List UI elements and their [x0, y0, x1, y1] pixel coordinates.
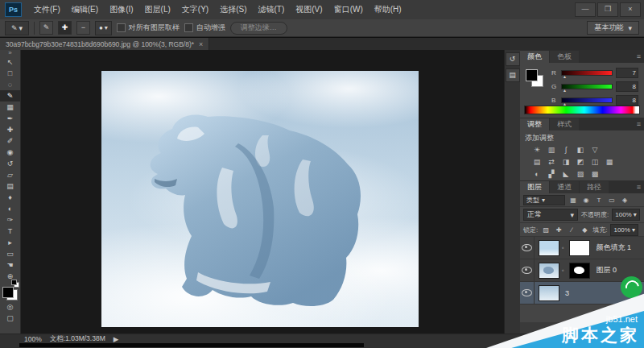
eraser-tool[interactable]: ▱ [0, 169, 20, 180]
history-panel-icon[interactable]: ↺ [506, 52, 520, 66]
slider-thumb-icon[interactable]: ▲ [563, 75, 567, 79]
menu-image[interactable]: 图像(I) [104, 0, 138, 19]
horizontal-scrollbar[interactable] [19, 343, 364, 347]
gradient-tool[interactable]: ▤ [0, 180, 20, 192]
green-value-field[interactable]: 8 [616, 81, 638, 92]
type-tool[interactable]: T [0, 226, 20, 237]
color-balance-icon[interactable]: ⇄ [546, 157, 557, 167]
canvas-pasteboard[interactable] [21, 50, 504, 334]
refine-edge-button[interactable]: 调整边缘… [230, 22, 287, 35]
slider-thumb-icon[interactable]: ▲ [563, 89, 567, 93]
zoom-level-field[interactable]: 100% [24, 335, 42, 343]
zoom-tool[interactable]: ⊕ [0, 271, 20, 282]
menu-edit[interactable]: 编辑(E) [66, 0, 104, 19]
layer-thumbnail[interactable] [539, 285, 559, 301]
red-slider[interactable]: ▲ [561, 70, 613, 76]
screen-mode-button[interactable]: ▢ [0, 313, 20, 324]
panel-menu-icon[interactable]: ≡ [637, 118, 641, 130]
pen-tool[interactable]: ✑ [0, 214, 20, 226]
history-brush-tool[interactable]: ↺ [0, 158, 20, 169]
menu-select[interactable]: 选择(S) [214, 0, 252, 19]
add-to-selection-button[interactable]: ✚ [58, 21, 72, 35]
menu-view[interactable]: 视图(V) [290, 0, 328, 19]
layer-mask-thumbnail[interactable] [569, 263, 590, 279]
panel-menu-icon[interactable]: ≡ [637, 51, 641, 63]
visibility-cell[interactable] [520, 282, 535, 304]
path-selection-tool[interactable]: ▸ [0, 237, 20, 248]
menu-window[interactable]: 窗口(W) [328, 0, 369, 19]
eyedropper-tool[interactable]: ✒ [0, 113, 20, 124]
hue-saturation-icon[interactable]: ▤ [531, 157, 543, 167]
hand-tool[interactable]: ☚ [0, 259, 20, 271]
document-tab[interactable]: 30a97bcbg79b30e74831b8d690b690.jpg @ 100… [0, 38, 209, 50]
foreground-color-swatch[interactable] [2, 287, 14, 298]
tab-styles[interactable]: 样式 [550, 118, 579, 130]
vibrance-icon[interactable]: ▽ [589, 145, 601, 155]
filter-pixel-layers-icon[interactable]: ▦ [568, 197, 578, 204]
curves-icon[interactable]: ʃ [560, 145, 572, 155]
black-white-icon[interactable]: ◨ [560, 157, 572, 167]
dodge-tool[interactable]: ◐ [0, 203, 20, 214]
layer-name[interactable]: 颜色填充 1 [596, 242, 631, 253]
tab-close-icon[interactable]: × [199, 40, 203, 48]
layer-row-color-fill[interactable]: ∘ 颜色填充 1 [520, 237, 644, 259]
blue-slider[interactable]: ▲ [561, 97, 613, 103]
brush-tool[interactable]: ✐ [0, 135, 20, 147]
crop-tool[interactable]: ▦ [0, 102, 20, 113]
opacity-field[interactable]: 100% ▾ [612, 209, 639, 221]
color-lookup-icon[interactable]: ▦ [604, 157, 615, 167]
auto-enhance-checkbox[interactable] [184, 23, 193, 32]
posterize-icon[interactable]: ▞ [546, 169, 557, 179]
lasso-tool[interactable]: ◌ [0, 79, 20, 90]
channel-mixer-icon[interactable]: ◫ [589, 157, 601, 167]
selective-color-icon[interactable]: ▩ [589, 169, 601, 179]
new-selection-button[interactable]: ✎ [39, 21, 53, 35]
brightness-contrast-icon[interactable]: ☀ [531, 145, 543, 155]
filter-kind-dropdown[interactable]: 类型 ▾ [523, 195, 565, 205]
quick-mask-button[interactable]: ◎ [0, 301, 20, 313]
lock-transparency-icon[interactable]: ▨ [541, 226, 551, 234]
menu-help[interactable]: 帮助(H) [369, 0, 407, 19]
tab-paths[interactable]: 路径 [580, 181, 609, 193]
tab-channels[interactable]: 通道 [550, 181, 579, 193]
layer-thumbnail[interactable] [539, 240, 559, 256]
filter-shape-layers-icon[interactable]: ▭ [607, 197, 617, 204]
tab-adjustments[interactable]: 调整 [520, 118, 549, 130]
restore-button[interactable]: ❒ [597, 2, 618, 17]
menu-layer[interactable]: 图层(L) [139, 0, 176, 19]
green-slider[interactable]: ▲ [561, 84, 613, 89]
default-colors-icon[interactable] [14, 282, 19, 288]
brush-size-picker[interactable]: ●▾ [95, 21, 112, 35]
lock-all-icon[interactable]: ◆ [580, 226, 589, 234]
clone-stamp-tool[interactable]: ◉ [0, 147, 20, 158]
menu-filter[interactable]: 滤镜(T) [253, 0, 291, 19]
sample-all-layers-checkbox[interactable] [117, 23, 126, 32]
layer-name[interactable]: 3 [565, 289, 569, 297]
quick-selection-tool[interactable]: ✎ [0, 90, 20, 102]
menu-file[interactable]: 文件(F) [28, 0, 66, 19]
layer-mask-thumbnail[interactable] [569, 240, 590, 256]
visibility-cell[interactable] [520, 237, 535, 259]
layer-name[interactable]: 图层 0 [596, 265, 617, 276]
color-spectrum-ramp[interactable] [524, 106, 640, 114]
minimize-button[interactable]: — [575, 2, 596, 17]
tab-color[interactable]: 颜色 [520, 51, 549, 63]
lock-pixels-icon[interactable]: ✚ [554, 226, 564, 234]
panel-menu-icon[interactable]: ≡ [637, 181, 641, 193]
tab-swatches[interactable]: 色板 [550, 51, 579, 63]
canvas-image[interactable] [101, 71, 419, 327]
shape-tool[interactable]: ▭ [0, 248, 20, 259]
workspace-switcher[interactable]: 基本功能 ▾ [587, 21, 639, 35]
blend-mode-dropdown[interactable]: 正常 ▾ [523, 209, 578, 221]
threshold-icon[interactable]: ◣ [560, 169, 572, 179]
properties-panel-icon[interactable]: ▤ [506, 68, 520, 82]
tab-layers[interactable]: 图层 [520, 181, 549, 193]
exposure-icon[interactable]: ◧ [575, 145, 586, 155]
blue-value-field[interactable]: 8 [616, 95, 638, 106]
visibility-cell[interactable] [520, 259, 535, 281]
menu-type[interactable]: 文字(Y) [176, 0, 214, 19]
close-button[interactable]: × [620, 2, 641, 17]
red-value-field[interactable]: 7 [616, 68, 638, 78]
healing-brush-tool[interactable]: ✚ [0, 124, 20, 135]
move-tool[interactable]: ↖ [0, 56, 20, 68]
